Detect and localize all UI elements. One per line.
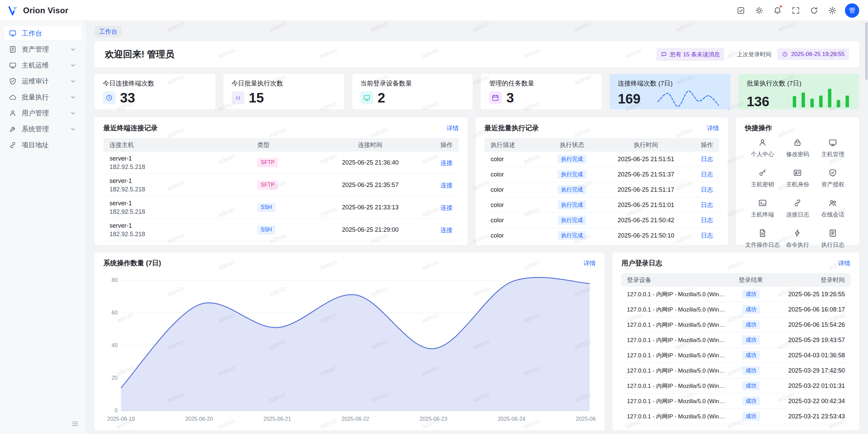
- expand-icon: [791, 6, 800, 15]
- status-tag: 执行完成: [558, 216, 586, 225]
- sidebar-item-asset-management[interactable]: 资产管理: [4, 42, 82, 56]
- link-icon: [793, 199, 802, 207]
- log-link[interactable]: 日志: [701, 232, 713, 239]
- scrollbar-thumb[interactable]: [865, 22, 868, 80]
- theme-toggle-button[interactable]: [751, 3, 767, 18]
- lock-icon: [793, 138, 802, 147]
- quick-action-file-operation-logs[interactable]: 文件操作日志: [745, 229, 780, 249]
- execution-row: color 执行完成 2025-06-25 21:51:17 日志: [485, 182, 719, 197]
- quick-action-host-terminal[interactable]: 主机终端: [745, 199, 780, 219]
- last-login-label: 上次登录时间: [737, 51, 771, 58]
- chevron-down-icon: [69, 45, 77, 53]
- stats-row: 今日连接终端次数 33 今日批量执行次数 15 当前登录设备数量: [95, 74, 859, 109]
- log-link[interactable]: 日志: [701, 171, 713, 178]
- unread-messages-badge[interactable]: 您有 15 条未读消息: [656, 48, 724, 61]
- executions-detail-link[interactable]: 详情: [707, 124, 719, 132]
- card-title: 最近终端连接记录: [103, 124, 158, 133]
- log-link[interactable]: 日志: [701, 186, 713, 193]
- user-avatar[interactable]: 管: [845, 3, 859, 18]
- quick-action-asset-authorization[interactable]: 资产授权: [815, 168, 850, 188]
- welcome-title: 欢迎回来! 管理员: [105, 48, 175, 60]
- stat-card: 今日批量执行次数 15: [223, 74, 344, 109]
- connections-detail-link[interactable]: 详情: [447, 124, 459, 132]
- login-log-row: 127.0.0.1 - 内网IP - Mozilla/5.0 (Windows …: [622, 348, 850, 363]
- log-icon: [828, 229, 837, 238]
- user-icon: [758, 138, 767, 147]
- protocol-tag: SFTP: [257, 181, 278, 190]
- connect-link[interactable]: 连接: [440, 159, 453, 166]
- login-log-row: 127.0.0.1 - 内网IP - Mozilla/5.0 (Windows …: [622, 333, 850, 348]
- sidebar-item-host-ops[interactable]: 主机运维: [4, 58, 82, 72]
- quick-action-connection-logs[interactable]: 连接日志: [780, 199, 815, 219]
- stat-card-exec-7d: 批量执行次数 (7日) 136: [738, 74, 859, 109]
- login-log-row: 127.0.0.1 - 内网IP - Mozilla/5.0 (Windows …: [622, 302, 850, 317]
- status-tag: 执行完成: [558, 170, 586, 179]
- sidebar-item-batch-execution[interactable]: 批量执行: [4, 90, 82, 104]
- sidebar-item-system-management[interactable]: 系统管理: [4, 122, 82, 136]
- quick-action-host-management[interactable]: 主机管理: [815, 138, 850, 158]
- host-icon: [828, 138, 837, 147]
- sidebar-item-project-link[interactable]: 项目地址: [4, 138, 82, 152]
- collapse-icon: [71, 420, 79, 428]
- login-logs-card: 用户登录日志 详情 登录设备 登录结果 登录时间 127.0.0.1 - 内网I…: [613, 252, 859, 430]
- log-link[interactable]: 日志: [701, 217, 713, 224]
- refresh-button[interactable]: [806, 3, 822, 18]
- settings-button[interactable]: [825, 3, 840, 18]
- execution-row: color 执行完成 2025-06-25 21:50:10 日志: [485, 228, 719, 243]
- connect-link[interactable]: 连接: [440, 227, 453, 233]
- svg-text:2025-06-19: 2025-06-19: [107, 416, 135, 422]
- connection-row: server-1 182.92.5.218 SFTP 2025-06-25 21…: [103, 174, 459, 196]
- table-header: 连接主机 类型 连接时间 操作: [103, 138, 459, 152]
- chevron-down-icon: [69, 125, 77, 133]
- connect-link[interactable]: 连接: [440, 182, 453, 189]
- sidebar: 工作台 资产管理 主机运维 运维审计 批: [0, 21, 86, 434]
- operations-chart-card: 系统操作数量 (7日) 详情 0204060802025-06-192025-0…: [95, 252, 605, 430]
- tasks-button[interactable]: [733, 3, 749, 18]
- log-link[interactable]: 日志: [701, 156, 713, 163]
- sidebar-item-user-management[interactable]: 用户管理: [4, 106, 82, 120]
- quick-action-command-execution[interactable]: 命令执行: [780, 229, 815, 249]
- assets-icon: [9, 45, 17, 53]
- breadcrumb-item-workbench[interactable]: 工作台: [95, 26, 122, 37]
- login-logs-detail-link[interactable]: 详情: [838, 259, 850, 267]
- protocol-tag: SSH: [257, 203, 275, 212]
- protocol-tag: SFTP: [257, 158, 278, 167]
- breadcrumb: 工作台: [95, 26, 859, 37]
- shield-icon: [828, 168, 837, 177]
- result-tag: 成功: [742, 336, 760, 345]
- quick-action-host-identity[interactable]: 主机身份: [780, 168, 815, 188]
- connection-row: server-1 182.92.5.218 SFTP 2025-06-25 21…: [103, 152, 459, 174]
- quick-action-host-keys[interactable]: 主机密钥: [745, 168, 780, 188]
- quick-action-change-password[interactable]: 修改密码: [780, 138, 815, 158]
- log-link[interactable]: 日志: [701, 202, 713, 208]
- sidebar-collapse-button[interactable]: [69, 418, 81, 430]
- result-tag: 成功: [742, 351, 760, 360]
- svg-text:0: 0: [115, 408, 118, 413]
- result-tag: 成功: [742, 381, 760, 391]
- quick-action-online-sessions[interactable]: 在线会话: [815, 199, 850, 219]
- execution-row: color 执行完成 2025-06-25 21:51:01 日志: [485, 197, 719, 213]
- fullscreen-button[interactable]: [788, 3, 804, 18]
- gear-icon: [828, 6, 837, 15]
- recent-executions-card: 最近批量执行记录 详情 执行描述 执行状态 执行时间 操作 color 执行完成…: [476, 117, 728, 245]
- sidebar-item-ops-audit[interactable]: 运维审计: [4, 74, 82, 88]
- table-header: 登录设备 登录结果 登录时间: [622, 273, 850, 287]
- quick-action-execution-logs[interactable]: 执行日志: [815, 229, 850, 249]
- table-header: 执行描述 执行状态 执行时间 操作: [485, 138, 719, 152]
- svg-text:2025-06-24: 2025-06-24: [498, 416, 526, 422]
- operations-area-chart: 0204060802025-06-192025-06-202025-06-212…: [103, 275, 596, 424]
- system-icon: [9, 125, 17, 133]
- connect-link[interactable]: 连接: [440, 204, 453, 211]
- clock-icon: [103, 91, 116, 104]
- main-content: adminadminadminadminadminadminadminadmin…: [86, 21, 868, 434]
- file-icon: [758, 229, 767, 238]
- chart-detail-link[interactable]: 详情: [584, 259, 596, 267]
- notifications-button[interactable]: [770, 3, 785, 18]
- svg-text:2025-06-20: 2025-06-20: [185, 416, 213, 422]
- quick-action-personal-center[interactable]: 个人中心: [745, 138, 780, 158]
- app-logo[interactable]: Orion Visor: [7, 5, 68, 16]
- monitor-icon: [360, 91, 373, 104]
- login-log-row: 127.0.0.1 - 内网IP - Mozilla/5.0 (Windows …: [622, 363, 850, 378]
- protocol-tag: SSH: [257, 225, 275, 234]
- sidebar-item-workbench[interactable]: 工作台: [4, 26, 82, 40]
